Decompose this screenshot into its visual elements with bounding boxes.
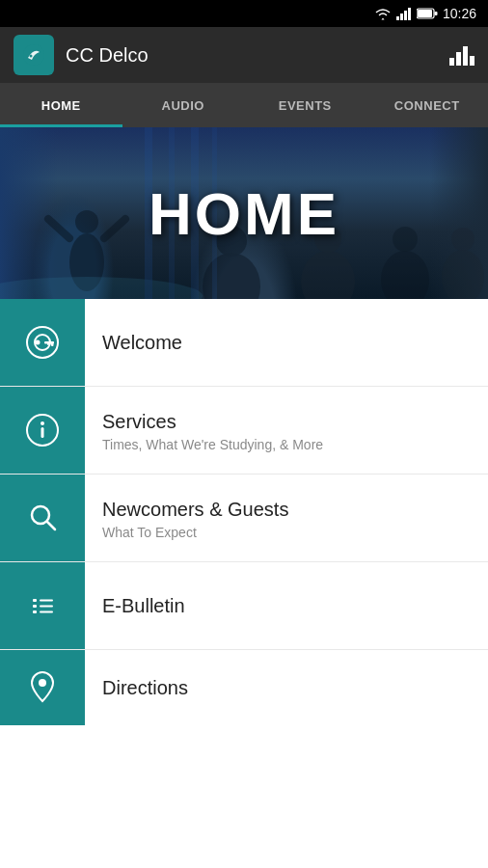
svg-rect-39 [33, 605, 37, 608]
svg-rect-30 [51, 341, 54, 346]
svg-line-36 [47, 522, 55, 529]
list-icon [25, 588, 60, 623]
signal-icon [396, 8, 412, 20]
svg-rect-42 [40, 611, 53, 613]
svg-rect-33 [41, 427, 44, 438]
svg-rect-41 [33, 610, 37, 613]
list-item-text-services: Services Times, What We're Studying, & M… [85, 409, 488, 452]
svg-rect-40 [40, 606, 53, 608]
svg-rect-0 [396, 16, 399, 20]
info-icon [25, 413, 60, 448]
svg-rect-38 [40, 600, 53, 602]
list-item-icon-directions [0, 650, 85, 725]
welcome-title: Welcome [102, 330, 471, 355]
directions-title: Directions [102, 675, 471, 700]
list-item-text-newcomers: Newcomers & Guests What To Expect [85, 497, 488, 540]
tab-events[interactable]: EVENTS [244, 83, 366, 127]
svg-rect-2 [404, 11, 407, 20]
services-title: Services [102, 409, 471, 434]
list-item-services[interactable]: Services Times, What We're Studying, & M… [0, 387, 488, 475]
hero-title: HOME [0, 127, 488, 299]
tab-audio[interactable]: AUDIO [122, 83, 245, 127]
newcomers-title: Newcomers & Guests [102, 497, 471, 522]
svg-point-28 [36, 340, 41, 345]
list-item-ebulletin[interactable]: E-Bulletin [0, 562, 488, 650]
search-icon [25, 501, 60, 535]
list-item-text-directions: Directions [85, 675, 488, 700]
location-icon [27, 670, 58, 705]
app-bar: CC Delco [0, 27, 488, 83]
svg-rect-31 [47, 341, 49, 345]
wifi-icon [374, 8, 392, 20]
list-item-directions[interactable]: Directions [0, 650, 488, 725]
status-time: 10:26 [443, 6, 476, 21]
tab-connect[interactable]: CONNECT [366, 83, 489, 127]
list-item-icon-ebulletin [0, 562, 85, 649]
newcomers-subtitle: What To Expect [102, 525, 471, 540]
app-bar-left: CC Delco [14, 35, 149, 75]
app-title: CC Delco [66, 44, 149, 67]
list-item-icon-services [0, 387, 85, 474]
svg-rect-6 [434, 12, 437, 15]
app-logo-icon [21, 42, 46, 68]
menu-list: Welcome Services Times, What We're Study… [0, 299, 488, 725]
svg-point-43 [39, 679, 46, 687]
tab-home[interactable]: HOME [0, 83, 122, 127]
app-logo [14, 35, 54, 75]
svg-point-8 [30, 55, 33, 58]
list-item-icon-newcomers [0, 475, 85, 561]
svg-rect-1 [400, 14, 403, 20]
list-item-newcomers[interactable]: Newcomers & Guests What To Expect [0, 475, 488, 562]
battery-icon [417, 8, 438, 19]
nav-tabs: HOME AUDIO EVENTS CONNECT [0, 83, 488, 127]
key-icon [25, 325, 60, 360]
svg-point-34 [41, 421, 44, 425]
status-icons: 10:26 [374, 6, 476, 21]
ebulletin-title: E-Bulletin [102, 593, 471, 618]
svg-rect-37 [33, 599, 37, 602]
list-item-welcome[interactable]: Welcome [0, 299, 488, 387]
hero-banner: HOME [0, 127, 488, 299]
analytics-icon[interactable] [449, 44, 474, 66]
svg-rect-3 [408, 8, 411, 20]
list-item-text-ebulletin: E-Bulletin [85, 593, 488, 618]
services-subtitle: Times, What We're Studying, & More [102, 437, 471, 452]
svg-rect-5 [418, 10, 432, 17]
status-bar: 10:26 [0, 0, 488, 27]
list-item-text-welcome: Welcome [85, 330, 488, 355]
list-item-icon-welcome [0, 299, 85, 386]
